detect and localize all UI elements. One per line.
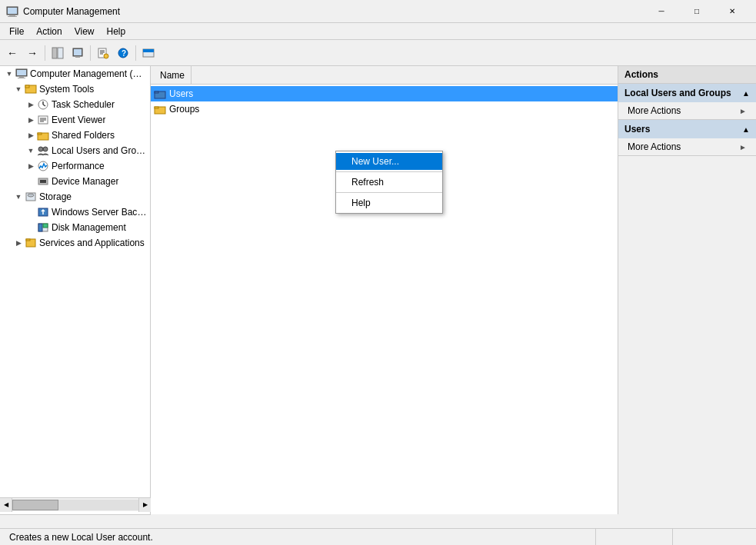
svg-rect-4 xyxy=(52,48,57,58)
action-section-users-label: Users xyxy=(624,124,650,135)
scroll-left-btn[interactable]: ◀ xyxy=(0,498,12,512)
scroll-right-btn[interactable]: ▶ xyxy=(138,498,151,512)
users-more-actions-arrow: ► xyxy=(739,143,747,151)
close-button[interactable]: ✕ xyxy=(714,0,750,23)
svg-rect-1 xyxy=(9,15,15,16)
tree-event-viewer[interactable]: ▶ Event Viewer xyxy=(0,112,150,128)
toolbar-separator-2 xyxy=(90,45,91,61)
scrollbar-container: ◀ ▶ xyxy=(0,497,151,511)
svg-rect-43 xyxy=(38,224,42,231)
properties-button[interactable] xyxy=(94,44,112,62)
menu-view[interactable]: View xyxy=(68,25,101,38)
tree-server-backup[interactable]: Windows Server Backup xyxy=(0,204,150,220)
svg-rect-21 xyxy=(18,78,25,78)
action-section-users-header[interactable]: Users ▲ xyxy=(618,120,756,138)
services-expand: ▶ xyxy=(12,237,25,249)
local-users-label: Local Users and Groups xyxy=(52,145,147,156)
services-icon xyxy=(25,237,37,249)
users-expand: ▼ xyxy=(25,145,37,157)
event-icon xyxy=(37,114,49,126)
tree-local-users[interactable]: ▼ Local Users and Groups xyxy=(0,143,150,158)
svg-rect-8 xyxy=(75,56,80,58)
device-label: Device Manager xyxy=(52,176,118,187)
system-tools-label: System Tools xyxy=(39,84,94,95)
users-row-label: Users xyxy=(169,88,193,99)
svg-rect-50 xyxy=(155,107,158,108)
svg-point-39 xyxy=(28,194,34,197)
forward-button[interactable]: → xyxy=(23,44,42,62)
event-label: Event Viewer xyxy=(52,115,105,125)
users-row[interactable]: Users xyxy=(151,86,618,101)
up-button[interactable] xyxy=(68,44,87,62)
toolbar-separator-1 xyxy=(45,45,45,61)
users-folder-icon xyxy=(154,88,166,100)
backup-label: Windows Server Backup xyxy=(52,207,147,218)
action-section-users: Users ▲ More Actions ► xyxy=(618,120,756,156)
status-section-3 xyxy=(673,529,750,545)
services-label: Services and Applications xyxy=(39,238,145,248)
minimize-button[interactable]: ─ xyxy=(644,0,679,23)
tree-performance[interactable]: ▶ Performance xyxy=(0,158,150,174)
local-users-more-actions[interactable]: More Actions ► xyxy=(618,102,756,119)
ctx-help[interactable]: Help xyxy=(336,194,442,211)
storage-icon xyxy=(25,191,37,203)
system-tools-expand: ▼ xyxy=(12,83,25,95)
center-panel: Name Users xyxy=(151,66,618,514)
back-button[interactable]: ← xyxy=(3,44,22,62)
tree-root[interactable]: ▼ Computer Management (Local xyxy=(0,66,150,81)
window-title: Computer Management xyxy=(23,6,644,17)
right-panel: Actions Local Users and Groups ▲ More Ac… xyxy=(618,66,756,514)
show-hide-button[interactable] xyxy=(48,44,67,62)
mmc-button[interactable] xyxy=(139,44,158,62)
title-bar: Computer Management ─ □ ✕ xyxy=(0,0,756,23)
performance-icon xyxy=(37,160,49,172)
menu-action[interactable]: Action xyxy=(30,25,68,38)
tree-disk-management[interactable]: Disk Management xyxy=(0,220,150,235)
action-section-local-users-label: Local Users and Groups xyxy=(624,88,731,98)
window-controls: ─ □ ✕ xyxy=(644,0,750,23)
users-more-actions-label: More Actions xyxy=(628,141,681,152)
left-panel: ▼ Computer Management (Local ▼ Syste xyxy=(0,66,151,514)
groups-folder-icon xyxy=(154,103,166,115)
users-more-actions[interactable]: More Actions ► xyxy=(618,138,756,155)
maximize-button[interactable]: □ xyxy=(679,0,714,23)
svg-rect-48 xyxy=(155,91,158,93)
ctx-refresh[interactable]: Refresh xyxy=(336,174,442,191)
tree-device-manager[interactable]: Device Manager xyxy=(0,174,150,189)
center-content: Users Groups xyxy=(151,85,618,118)
app-icon xyxy=(6,5,18,18)
status-bar: Creates a new Local User account. xyxy=(0,528,756,545)
storage-label: Storage xyxy=(39,191,72,202)
name-column-header: Name xyxy=(154,66,191,84)
tree-storage[interactable]: ▼ Storage xyxy=(0,189,150,204)
horizontal-scrollbar: ◀ ▶ xyxy=(0,514,151,528)
svg-rect-7 xyxy=(74,49,82,55)
task-expand: ▶ xyxy=(25,98,37,111)
actions-header: Actions xyxy=(618,66,756,84)
svg-rect-2 xyxy=(8,16,17,17)
svg-point-33 xyxy=(38,147,43,151)
tree-system-tools[interactable]: ▼ System Tools xyxy=(0,81,150,97)
tree-shared-folders[interactable]: ▶ Shared Folders xyxy=(0,128,150,143)
scroll-thumb[interactable] xyxy=(12,500,58,510)
disk-label: Disk Management xyxy=(52,222,126,233)
backup-icon xyxy=(37,206,49,218)
local-users-more-actions-arrow: ► xyxy=(739,107,747,115)
tree-task-scheduler[interactable]: ▶ Task Scheduler xyxy=(0,97,150,112)
menu-file[interactable]: File xyxy=(3,25,30,38)
help-button[interactable]: ? xyxy=(114,44,132,62)
toolbar-separator-3 xyxy=(135,45,136,61)
ctx-new-user[interactable]: New User... xyxy=(336,153,442,170)
menu-bar: File Action View Help xyxy=(0,23,756,40)
disk-icon xyxy=(37,221,49,234)
local-users-chevron-icon: ▲ xyxy=(742,89,750,98)
tree-services[interactable]: ▶ Services and Applications xyxy=(0,235,150,251)
menu-help[interactable]: Help xyxy=(101,25,132,38)
center-header: Name xyxy=(151,66,618,85)
event-expand: ▶ xyxy=(25,114,37,126)
groups-row[interactable]: Groups xyxy=(151,101,618,117)
svg-rect-23 xyxy=(25,85,29,88)
action-section-local-users-header[interactable]: Local Users and Groups ▲ xyxy=(618,84,756,102)
task-icon xyxy=(37,98,49,111)
system-tools-icon xyxy=(25,83,37,95)
